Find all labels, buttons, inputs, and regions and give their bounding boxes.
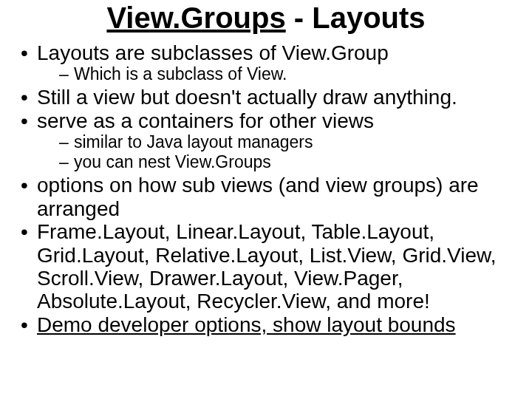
sub-bullet-text: you can nest View.Groups xyxy=(74,152,271,171)
title-part-plain: - Layouts xyxy=(286,1,426,34)
bullet-text: Still a view but doesn't actually draw a… xyxy=(37,86,457,109)
sub-bullet-item: similar to Java layout managers xyxy=(37,132,516,152)
bullet-text: serve as a containers for other views xyxy=(37,109,374,132)
bullet-item: Layouts are subclasses of View.Group Whi… xyxy=(16,41,516,84)
sub-bullet-text: Which is a subclass of View. xyxy=(74,64,287,83)
bullet-item: Frame.Layout, Linear.Layout, Table.Layou… xyxy=(16,220,516,313)
bullet-text: Layouts are subclasses of View.Group xyxy=(37,41,389,64)
slide: View.Groups - Layouts Layouts are subcla… xyxy=(0,0,532,399)
bullet-text: Frame.Layout, Linear.Layout, Table.Layou… xyxy=(37,220,497,313)
sub-bullet-list: similar to Java layout managers you can … xyxy=(37,132,516,172)
bullet-text: options on how sub views (and view group… xyxy=(37,174,479,219)
bullet-item: options on how sub views (and view group… xyxy=(16,174,516,220)
bullet-item: Still a view but doesn't actually draw a… xyxy=(16,86,516,109)
sub-bullet-list: Which is a subclass of View. xyxy=(37,64,516,84)
bullet-item: serve as a containers for other views si… xyxy=(16,109,516,173)
bullet-list: Layouts are subclasses of View.Group Whi… xyxy=(16,41,516,336)
slide-title: View.Groups - Layouts xyxy=(16,1,516,34)
sub-bullet-text: similar to Java layout managers xyxy=(74,132,313,151)
sub-bullet-item: Which is a subclass of View. xyxy=(37,64,516,84)
bullet-item: Demo developer options, show layout boun… xyxy=(16,313,516,336)
title-part-underlined: View.Groups xyxy=(106,1,285,34)
bullet-text: Demo developer options, show layout boun… xyxy=(37,313,456,336)
sub-bullet-item: you can nest View.Groups xyxy=(37,152,516,172)
